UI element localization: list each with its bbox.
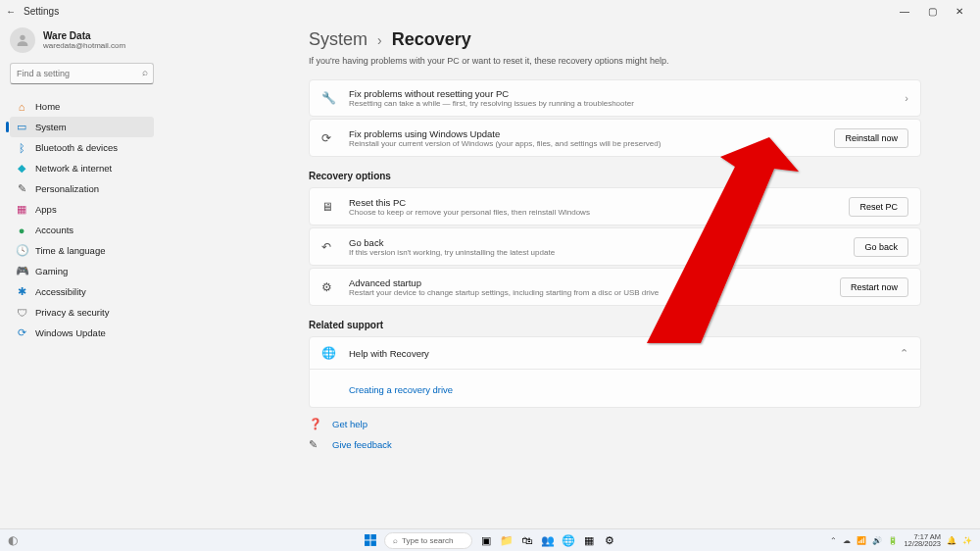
- nav-icon: 🕓: [16, 244, 27, 257]
- clock[interactable]: 7:17 AM 12/28/2023: [904, 533, 941, 548]
- reset-pc-button[interactable]: Reset PC: [849, 197, 908, 217]
- recovery-section-title: Recovery options: [309, 171, 921, 181]
- link-icon: ❓: [309, 418, 322, 430]
- search-icon: ⌕: [393, 536, 398, 545]
- search-box[interactable]: ⌕: [10, 63, 154, 84]
- card-title: Advanced startup: [349, 277, 659, 288]
- sidebar-item-windows-update[interactable]: ⟳Windows Update: [10, 323, 154, 343]
- card-subtitle: Restart your device to change startup se…: [349, 288, 659, 297]
- sidebar-item-network-internet[interactable]: ◆Network & internet: [10, 158, 154, 178]
- battery-icon[interactable]: 🔋: [888, 536, 898, 545]
- recovery-card-0[interactable]: 🖥Reset this PCChoose to keep or remove y…: [309, 187, 921, 225]
- teams-icon[interactable]: 👥: [540, 533, 555, 548]
- taskbar-search[interactable]: ⌕Type to search: [384, 532, 472, 549]
- cortana-icon[interactable]: ◐: [0, 533, 18, 547]
- main-content: System › Recovery If you're having probl…: [162, 22, 980, 531]
- card-icon: ⟳: [321, 131, 339, 145]
- card-subtitle: Choose to keep or remove your personal f…: [349, 208, 590, 217]
- sidebar: Ware Data waredata@hotmail.com ⌕ ⌂Home▭S…: [0, 22, 162, 531]
- top-card-1[interactable]: ⟳Fix problems using Windows UpdateReinst…: [309, 119, 921, 157]
- nav-icon: 🎮: [16, 265, 27, 277]
- card-subtitle: Resetting can take a while — first, try …: [349, 99, 634, 108]
- search-icon: ⌕: [142, 67, 148, 77]
- user-name: Ware Data: [43, 30, 125, 41]
- back-button[interactable]: ←: [6, 6, 18, 17]
- reinstall-now-button[interactable]: Reinstall now: [834, 128, 908, 148]
- nav-icon: ▦: [16, 203, 27, 216]
- store-icon[interactable]: 🛍: [519, 533, 534, 548]
- nav-label: Apps: [35, 204, 57, 215]
- search-input[interactable]: [10, 63, 154, 84]
- user-email: waredata@hotmail.com: [43, 41, 125, 50]
- card-title: Reset this PC: [349, 197, 590, 208]
- nav-icon: ᛒ: [16, 142, 27, 154]
- wifi-icon[interactable]: 📶: [857, 536, 866, 545]
- sidebar-item-privacy-security[interactable]: 🛡Privacy & security: [10, 302, 154, 323]
- nav-label: Windows Update: [35, 327, 106, 338]
- nav-label: Time & language: [35, 245, 105, 256]
- close-button[interactable]: ✕: [953, 6, 966, 17]
- support-section-title: Related support: [309, 320, 921, 330]
- settings-icon[interactable]: ⚙: [602, 533, 616, 548]
- give-feedback-link[interactable]: Give feedback: [332, 439, 392, 450]
- window-title: Settings: [24, 6, 59, 17]
- chevron-up-icon: ⌃: [900, 347, 908, 360]
- taskview-icon[interactable]: ▣: [478, 533, 493, 548]
- sidebar-item-accounts[interactable]: ●Accounts: [10, 220, 154, 240]
- creating-recovery-drive-link[interactable]: Creating a recovery drive: [349, 384, 453, 395]
- svg-rect-4: [365, 540, 369, 545]
- nav-icon: ⟳: [16, 326, 27, 339]
- start-button[interactable]: [364, 533, 378, 548]
- card-title: Go back: [349, 237, 555, 248]
- nav-label: Personalization: [35, 183, 99, 194]
- svg-rect-5: [371, 540, 376, 545]
- taskbar: ◐ ⌕Type to search ▣ 📁 🛍 👥 🌐 ▦ ⚙ ⌃ ☁ 📶 🔊 …: [0, 528, 980, 551]
- recovery-card-2[interactable]: ⚙Advanced startupRestart your device to …: [309, 268, 921, 306]
- svg-rect-2: [365, 534, 369, 539]
- nav-label: Gaming: [35, 266, 68, 276]
- avatar: [10, 27, 35, 53]
- sidebar-item-apps[interactable]: ▦Apps: [10, 199, 154, 220]
- card-icon: ⚙: [321, 280, 339, 294]
- go-back-button[interactable]: Go back: [854, 237, 908, 257]
- sidebar-item-accessibility[interactable]: ✱Accessibility: [10, 281, 154, 302]
- nav-label: Home: [35, 101, 60, 112]
- link-icon: ✎: [309, 438, 322, 451]
- sidebar-item-time-language[interactable]: 🕓Time & language: [10, 240, 154, 261]
- help-with-recovery-card[interactable]: 🌐 Help with Recovery ⌃: [309, 336, 921, 370]
- footer-link-row: ✎Give feedback: [309, 438, 921, 451]
- card-title: Help with Recovery: [349, 348, 429, 359]
- recovery-card-1[interactable]: ↶Go backIf this version isn't working, t…: [309, 227, 921, 266]
- sidebar-item-system[interactable]: ▭System: [10, 117, 154, 137]
- get-help-link[interactable]: Get help: [332, 419, 368, 429]
- nav-label: Network & internet: [35, 163, 112, 174]
- maximize-button[interactable]: ▢: [925, 6, 939, 17]
- card-icon: 🖥: [321, 200, 339, 214]
- tray-chevron-icon[interactable]: ⌃: [830, 536, 837, 545]
- notifications-icon[interactable]: 🔔: [947, 536, 956, 545]
- sidebar-item-bluetooth-devices[interactable]: ᛒBluetooth & devices: [10, 137, 154, 158]
- volume-icon[interactable]: 🔊: [872, 536, 882, 545]
- nav-icon: ✱: [16, 285, 27, 298]
- copilot-icon[interactable]: ✨: [962, 536, 972, 545]
- nav-icon: ◆: [16, 162, 27, 175]
- nav-label: Privacy & security: [35, 307, 110, 318]
- card-icon: 🔧: [321, 91, 339, 105]
- user-profile[interactable]: Ware Data waredata@hotmail.com: [10, 27, 154, 53]
- minimize-button[interactable]: —: [898, 6, 911, 17]
- edge-icon[interactable]: 🌐: [561, 533, 575, 548]
- sidebar-item-home[interactable]: ⌂Home: [10, 96, 154, 117]
- titlebar: ← Settings — ▢ ✕: [0, 0, 980, 22]
- onedrive-icon[interactable]: ☁: [843, 536, 851, 545]
- breadcrumb-parent[interactable]: System: [309, 29, 368, 50]
- top-card-0[interactable]: 🔧Fix problems without resetting your PCR…: [309, 79, 921, 117]
- sidebar-item-personalization[interactable]: ✎Personalization: [10, 178, 154, 199]
- app-icon[interactable]: ▦: [581, 533, 596, 548]
- explorer-icon[interactable]: 📁: [499, 533, 514, 548]
- globe-icon: 🌐: [321, 346, 339, 360]
- nav-icon: ▭: [16, 121, 27, 133]
- sidebar-item-gaming[interactable]: 🎮Gaming: [10, 261, 154, 281]
- chevron-right-icon: ›: [377, 32, 382, 48]
- footer-link-row: ❓Get help: [309, 418, 921, 430]
- restart-now-button[interactable]: Restart now: [840, 277, 908, 297]
